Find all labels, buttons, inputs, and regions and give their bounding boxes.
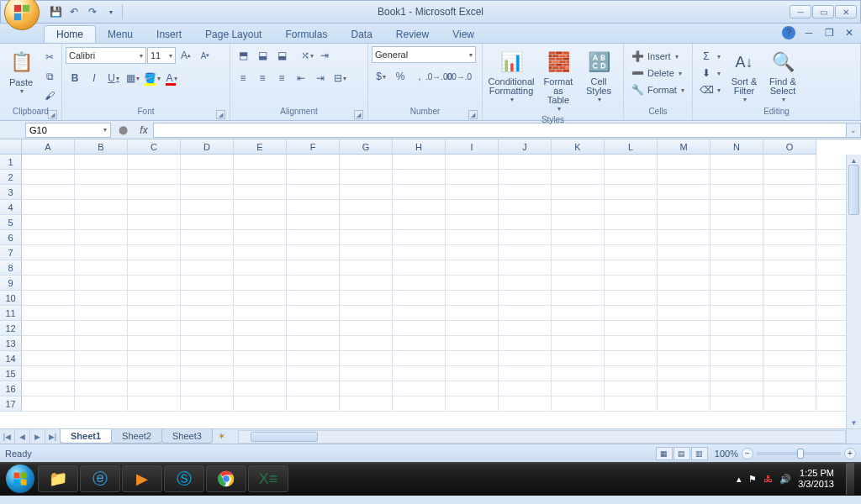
cell[interactable] [287,245,340,260]
cell[interactable] [128,366,181,381]
cell[interactable] [75,185,128,199]
tray-clock[interactable]: 1:25 PM 3/3/2013 [798,468,834,490]
number-launcher[interactable]: ◢ [468,110,478,119]
mdi-minimize-icon[interactable]: ─ [802,26,816,39]
tray-overflow-icon[interactable]: ▴ [737,474,742,485]
cell[interactable] [710,245,763,260]
cell[interactable] [658,185,710,199]
cell[interactable] [605,366,658,381]
row-header[interactable]: 8 [0,260,22,276]
cell[interactable] [393,215,446,229]
cell[interactable] [234,366,287,381]
formula-bar-expand[interactable]: ⌄ [846,123,861,138]
copy-icon[interactable]: ⧉ [40,67,59,86]
cell[interactable] [499,276,552,290]
cell[interactable] [446,155,499,169]
sheet-nav-last-icon[interactable]: ▶| [45,429,61,444]
row-header[interactable]: 16 [0,381,22,396]
cell[interactable] [393,230,446,244]
sheet-tab-3[interactable]: Sheet3 [161,429,213,444]
cell[interactable] [763,336,816,350]
align-middle-icon[interactable]: ⬓ [253,46,272,65]
cell[interactable] [393,200,446,214]
cell[interactable] [552,321,605,335]
taskbar-excel-icon[interactable]: X≡ [248,465,288,492]
row-header[interactable]: 5 [0,215,22,230]
cell[interactable] [234,351,287,365]
cell[interactable] [22,396,75,411]
cell[interactable] [499,230,552,244]
cell[interactable] [234,336,287,350]
zoom-in-icon[interactable]: + [844,448,856,459]
scroll-down-icon[interactable]: ▼ [847,417,861,428]
cell[interactable] [658,215,710,229]
zoom-level[interactable]: 100% [715,449,738,459]
cut-icon[interactable]: ✂ [40,48,59,66]
vertical-scrollbar[interactable]: ▲ ▼ [846,155,861,428]
cell[interactable] [340,396,393,411]
cell[interactable] [552,245,605,260]
sheet-tab-1[interactable]: Sheet1 [60,429,112,444]
sheet-nav-first-icon[interactable]: |◀ [0,429,15,444]
tab-menu[interactable]: Menu [96,26,145,43]
cell[interactable] [499,291,552,305]
cell[interactable] [393,170,446,184]
delete-cells-button[interactable]: ➖Delete▾ [627,65,689,81]
row-header[interactable]: 1 [0,155,22,170]
tab-insert[interactable]: Insert [145,26,193,43]
cell[interactable] [75,260,128,275]
cell[interactable] [128,170,181,184]
cell[interactable] [605,200,658,214]
cell[interactable] [763,351,816,365]
cell[interactable] [340,291,393,305]
cell[interactable] [393,306,446,320]
cell[interactable] [446,336,499,350]
shrink-font-icon[interactable]: A▾ [196,46,214,65]
font-launcher[interactable]: ◢ [216,110,225,119]
cell[interactable] [605,291,658,305]
cell[interactable] [446,185,499,199]
cell[interactable] [234,381,287,396]
cell[interactable] [181,260,234,275]
cell[interactable] [340,351,393,365]
column-header[interactable]: B [75,139,128,155]
cell[interactable] [658,276,710,290]
percent-format-icon[interactable]: % [391,67,409,86]
cell[interactable] [340,336,393,350]
cell[interactable] [446,321,499,335]
cell[interactable] [128,230,181,244]
column-header[interactable]: H [393,139,446,155]
maximize-button[interactable]: ▭ [812,5,834,18]
cell[interactable] [128,336,181,350]
cell[interactable] [75,276,128,290]
cell[interactable] [234,170,287,184]
page-layout-view-icon[interactable]: ▤ [673,447,690,460]
qat-customize-icon[interactable]: ▾ [103,4,119,19]
cell[interactable] [181,200,234,214]
cell[interactable] [75,351,128,365]
cell[interactable] [22,230,75,244]
cell[interactable] [393,155,446,169]
cell[interactable] [181,321,234,335]
row-header[interactable]: 2 [0,170,22,185]
cell[interactable] [710,260,763,275]
cell[interactable] [181,215,234,229]
cell[interactable] [446,351,499,365]
show-desktop-button[interactable] [846,463,854,495]
cell[interactable] [128,155,181,169]
cell[interactable] [763,230,816,244]
cell[interactable] [710,170,763,184]
cell[interactable] [128,291,181,305]
sort-filter-button[interactable]: A↓Sort & Filter▾ [726,46,763,106]
tab-home[interactable]: Home [44,25,96,43]
cell[interactable] [710,396,763,411]
cell[interactable] [393,366,446,381]
redo-icon[interactable]: ↷ [85,4,100,19]
cell[interactable] [446,230,499,244]
cell[interactable] [710,155,763,169]
column-header[interactable]: A [22,139,75,155]
cell[interactable] [552,170,605,184]
cell[interactable] [499,155,552,169]
cell[interactable] [446,291,499,305]
cell[interactable] [22,381,75,396]
